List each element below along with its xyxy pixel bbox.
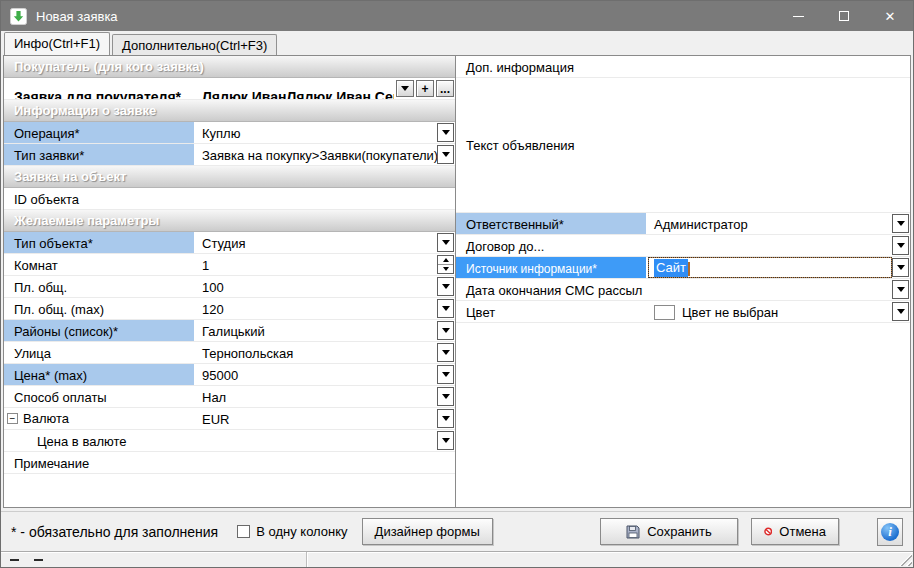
footer-toolbar: * - обязательно для заполнения В одну ко… — [1, 511, 913, 551]
dropdown-button[interactable] — [437, 431, 454, 450]
field-row-price-in-currency: Цена в валюте — [4, 430, 455, 452]
field-value[interactable]: Тернопольская — [196, 342, 437, 363]
dropdown-button[interactable] — [892, 302, 909, 321]
titlebar: Новая заявка ✕ — [1, 1, 913, 31]
chevron-down-icon — [443, 267, 449, 271]
info-source-input[interactable]: Сайт — [648, 257, 892, 278]
app-icon — [10, 8, 27, 25]
save-button[interactable]: Сохранить — [600, 518, 738, 545]
dropdown-button[interactable] — [437, 123, 454, 142]
chevron-down-icon — [897, 243, 905, 248]
window-controls: ✕ — [775, 1, 913, 31]
dropdown-button[interactable] — [892, 236, 909, 255]
section-header-request-info: Информация о заявке — [4, 100, 455, 122]
field-label: Комнат — [4, 254, 196, 275]
dropdown-button[interactable] — [437, 145, 454, 164]
info-button[interactable]: i — [877, 518, 903, 546]
tab-additional[interactable]: Дополнительно(Ctrl+F3) — [112, 34, 277, 55]
field-value[interactable]: Галицький — [196, 320, 437, 341]
field-row-ad-text: Текст объявления — [456, 78, 910, 213]
field-value[interactable] — [648, 56, 910, 77]
dropdown-button[interactable] — [892, 214, 909, 233]
field-value[interactable]: Куплю — [196, 122, 437, 143]
section-header-label: Информация о заявке — [14, 103, 156, 118]
field-value[interactable]: 1 — [196, 254, 437, 275]
close-button[interactable]: ✕ — [867, 1, 913, 31]
status-dash — [34, 559, 43, 561]
field-value[interactable] — [648, 279, 892, 300]
status-panel-left — [1, 552, 307, 567]
minimize-button[interactable] — [775, 1, 821, 31]
cancel-button[interactable]: Отмена — [751, 518, 839, 545]
field-row-extra-info: Доп. информация — [456, 56, 910, 78]
field-row-contract-until: Договор до... — [456, 235, 910, 257]
new-request-dialog: Новая заявка ✕ Инфо(Ctrl+F1) Дополнитель… — [0, 0, 914, 568]
minimize-icon — [793, 16, 804, 17]
dropdown-button[interactable] — [892, 258, 909, 277]
maximize-button[interactable] — [821, 1, 867, 31]
field-label: Текст объявления — [456, 78, 648, 212]
field-label: Цвет — [456, 301, 648, 322]
footer-actions: Сохранить Отмена i — [600, 518, 903, 546]
floppy-disk-icon — [626, 525, 640, 539]
no-entry-icon — [764, 524, 772, 539]
section-header-label: Покупатель (для кого заявка) — [14, 59, 204, 74]
field-value[interactable] — [648, 235, 892, 256]
field-label-wrap: − Валюта — [4, 408, 196, 429]
dropdown-button[interactable] — [892, 280, 909, 299]
collapse-toggle[interactable]: − — [7, 413, 18, 424]
window-title: Новая заявка — [36, 9, 118, 24]
field-value[interactable]: Нал — [196, 386, 437, 407]
status-dash — [10, 559, 19, 561]
field-value[interactable]: 120 — [196, 298, 437, 319]
color-swatch[interactable] — [654, 305, 675, 320]
field-value[interactable]: Заявка на покупку>Заявки(покупатели) — [196, 144, 437, 165]
dropdown-button[interactable] — [437, 277, 454, 296]
tab-info[interactable]: Инфо(Ctrl+F1) — [4, 32, 110, 55]
dropdown-button[interactable] — [437, 233, 454, 252]
field-label: Пл. общ. (max) — [4, 298, 196, 319]
dropdown-button[interactable] — [437, 409, 454, 428]
buyer-add-button[interactable]: + — [416, 80, 434, 97]
field-value[interactable] — [196, 188, 455, 209]
dropdown-button[interactable] — [437, 321, 454, 340]
buyer-dropdown-button[interactable] — [396, 80, 414, 97]
spinner-down-button[interactable] — [438, 264, 453, 273]
buyer-browse-button[interactable]: ... — [436, 80, 454, 97]
section-header-buyer: Покупатель (для кого заявка) — [4, 56, 455, 78]
chevron-down-icon — [897, 287, 905, 292]
section-header-label: Заявка на объект — [14, 169, 126, 184]
chevron-down-icon — [442, 306, 450, 311]
dropdown-button[interactable] — [437, 299, 454, 318]
section-header-desired-params: Желаемые параметры — [4, 210, 455, 232]
chevron-down-icon — [442, 394, 450, 399]
field-label: ID объекта — [4, 188, 196, 209]
dropdown-button[interactable] — [437, 343, 454, 362]
tab-bar: Инфо(Ctrl+F1) Дополнительно(Ctrl+F3) — [1, 31, 913, 55]
field-row-area-max: Пл. общ. (max) 120 — [4, 298, 455, 320]
form-designer-button[interactable]: Дизайнер формы — [362, 518, 493, 545]
spinner-up-button[interactable] — [438, 256, 453, 264]
field-value[interactable]: Администратор — [648, 213, 892, 234]
dropdown-button[interactable] — [437, 365, 454, 384]
chevron-down-icon — [442, 438, 450, 443]
field-value[interactable]: Студия — [196, 232, 437, 253]
cancel-button-label: Отмена — [779, 524, 826, 539]
field-value[interactable]: 100 — [196, 276, 437, 297]
field-label: Примечание — [4, 452, 196, 473]
field-value[interactable]: 95000 — [196, 364, 437, 385]
field-row-currency: − Валюта EUR — [4, 408, 455, 430]
field-value[interactable] — [648, 78, 910, 212]
field-value[interactable]: EUR — [196, 408, 437, 429]
chevron-down-icon — [442, 328, 450, 333]
field-label: Операция* — [4, 122, 196, 143]
field-value[interactable] — [196, 430, 437, 451]
field-label: Районы (список)* — [4, 320, 196, 341]
dropdown-button[interactable] — [437, 387, 454, 406]
buyer-value[interactable]: Лялюк ИванЛялюк Иван Серг — [196, 78, 394, 99]
field-value[interactable] — [196, 452, 455, 473]
field-row-districts: Районы (список)* Галицький — [4, 320, 455, 342]
required-note: * - обязательно для заполнения — [11, 524, 218, 540]
one-column-checkbox[interactable] — [237, 525, 250, 538]
field-label: Тип объекта* — [4, 232, 196, 253]
